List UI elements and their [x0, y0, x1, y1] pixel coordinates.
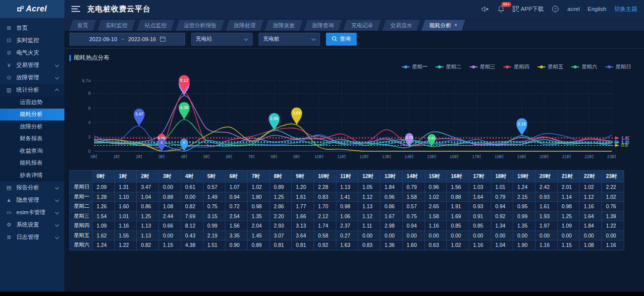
chevron-up-icon [55, 89, 59, 93]
svg-text:9时: 9时 [293, 154, 300, 159]
sidebar-item-首页[interactable]: ⊞首页 [0, 22, 64, 34]
sidebar-subitem-故障分析[interactable]: 故障分析 [0, 120, 64, 133]
value-cell: 1.60 [114, 202, 137, 212]
value-cell: 1.02 [247, 182, 269, 192]
legend-item-星期五[interactable]: 星期五 [537, 63, 564, 70]
table-header-row: 0时1时2时3时4时5时6时7时8时9时10时11时12时13时14时15时16… [70, 171, 624, 182]
value-cell: 1.13 [336, 182, 358, 192]
monitor-icon: ⊡ [5, 37, 13, 44]
notification-bell-icon[interactable]: 99+ [497, 5, 505, 13]
sidebar-item-隐患管理[interactable]: ▲隐患管理 [0, 194, 64, 206]
value-cell: 1.12 [580, 192, 602, 202]
value-cell: 0.76 [602, 202, 624, 212]
column-header-15时: 15时 [425, 171, 447, 182]
value-cell: 0.00 [491, 231, 513, 240]
calendar-icon [160, 36, 165, 42]
value-cell: 1.24 [93, 240, 115, 250]
mute-icon[interactable] [481, 5, 489, 13]
value-cell: 1.67 [380, 211, 403, 221]
svg-text:1.37: 1.37 [621, 138, 629, 144]
value-cell: 0.85 [469, 221, 491, 231]
sidebar-subitem-能耗报表[interactable]: 能耗报表 [0, 157, 64, 170]
tab-运营分析报告[interactable]: 运营分析报告 [176, 20, 224, 31]
station-select[interactable]: 充电站 [191, 33, 253, 46]
value-cell: 0.57 [402, 202, 425, 212]
tab-故障查询[interactable]: 故障查询 [304, 20, 342, 31]
tab-故障处理[interactable]: 故障处理 [226, 20, 264, 31]
tab-故障派发[interactable]: 故障派发 [265, 20, 303, 31]
value-cell: 0.00 [159, 182, 181, 192]
app-download-button[interactable]: APP下载 [513, 5, 543, 13]
sidebar-item-系统设置[interactable]: ⚙系统设置 [0, 219, 64, 231]
tab-实时监控[interactable]: 实时监控 [98, 20, 135, 31]
value-cell: 1.74 [314, 221, 336, 231]
chevron-down-icon [55, 197, 59, 201]
tab-充电记录[interactable]: 充电记录 [343, 20, 381, 31]
svg-text:18时: 18时 [494, 154, 504, 159]
close-icon[interactable]: × [454, 20, 457, 31]
sidebar-item-故障管理[interactable]: ⊙故障管理 [0, 71, 64, 84]
column-header-12时: 12时 [358, 171, 380, 182]
svg-text:8.12: 8.12 [180, 78, 188, 83]
value-cell: 2.98 [380, 221, 403, 231]
legend-item-星期三[interactable]: 星期三 [470, 63, 496, 70]
sidebar-item-统计分析[interactable]: ▥统计分析 [0, 84, 64, 96]
svg-text:2.86: 2.86 [270, 116, 278, 121]
value-cell: 4.38 [181, 240, 203, 250]
tab-站点监控[interactable]: 站点监控 [137, 20, 174, 31]
legend-item-星期六[interactable]: 星期六 [571, 63, 597, 70]
value-cell: 1.35 [513, 221, 536, 231]
sidebar-subitem-抄表详情[interactable]: 抄表详情 [0, 169, 64, 181]
sidebar-item-交易管理[interactable]: ¥交易管理 [0, 59, 64, 71]
legend-label: 星期二 [446, 63, 462, 70]
help-icon[interactable]: ? [551, 5, 559, 13]
svg-text:21时: 21时 [562, 154, 572, 159]
column-header-19时: 19时 [513, 171, 536, 182]
sidebar-subitem-财务报表[interactable]: 财务报表 [0, 133, 64, 145]
legend-item-星期一[interactable]: 星期一 [402, 63, 428, 70]
svg-text:4.38: 4.38 [180, 105, 188, 110]
search-button[interactable]: 查询 [326, 33, 357, 46]
date-range-picker[interactable]: 2022-09-10 ~ 2022-09-16 [69, 33, 185, 46]
sidebar-subitem-运营趋势[interactable]: 运营趋势 [0, 96, 64, 109]
sidebar-subitem-收益查询[interactable]: 收益查询 [0, 145, 64, 157]
value-cell: 1.25 [557, 211, 580, 221]
legend-label: 星期五 [548, 63, 564, 70]
legend-item-星期日[interactable]: 星期日 [605, 63, 632, 70]
energy-hotspot-chart: 024689.740时1时2时3时4时5时6时7时8时9时10时11时12时13… [69, 71, 629, 165]
value-cell: 0.00 [181, 192, 203, 202]
pile-select[interactable]: 充电桩 [259, 33, 320, 46]
value-cell: 0.00 [580, 231, 602, 240]
sidebar-collapse-icon[interactable] [71, 4, 80, 13]
legend-item-星期四[interactable]: 星期四 [503, 63, 530, 70]
sidebar-item-esim卡管理[interactable]: ▭esim卡管理 [0, 206, 64, 219]
tab-首页[interactable]: 首页 [69, 20, 96, 31]
sidebar-item-电气火灾[interactable]: ⊘电气火灾 [0, 47, 64, 59]
language-switch[interactable]: English [588, 6, 606, 12]
legend-marker-icon [537, 66, 545, 67]
sidebar-item-label: 交易管理 [16, 61, 39, 69]
column-header-3时: 3时 [159, 171, 181, 182]
value-cell: 2.54 [225, 211, 248, 221]
value-cell: 0.85 [447, 221, 469, 231]
value-cell: 2.42 [536, 182, 558, 192]
value-cell: 1.16 [425, 221, 447, 231]
theme-switch-link[interactable]: 切换主题 [614, 5, 637, 13]
value-cell: 1.80 [247, 192, 269, 202]
sidebar-item-日志管理[interactable]: ≣日志管理 [0, 231, 64, 243]
sidebar-item-实时监控[interactable]: ⊡实时监控 [0, 34, 64, 47]
tab-交易流水[interactable]: 交易流水 [382, 20, 420, 31]
svg-text:?: ? [554, 7, 557, 11]
sidebar-subitem-能耗分析[interactable]: 能耗分析 [0, 109, 64, 121]
user-menu[interactable]: acrel [567, 6, 580, 12]
value-cell: 1.77 [292, 202, 314, 212]
column-header-23时: 23时 [602, 171, 624, 182]
svg-text:0: 0 [88, 149, 91, 154]
tab-能耗分析[interactable]: 能耗分析× [422, 20, 465, 31]
legend-marker-icon [470, 66, 478, 67]
legend-marker-icon [402, 66, 410, 67]
value-cell: 0.00 [536, 231, 558, 240]
column-header-0时: 0时 [93, 171, 115, 182]
legend-item-星期二[interactable]: 星期二 [435, 63, 462, 70]
sidebar-item-报告分析[interactable]: ▤报告分析 [0, 181, 64, 194]
